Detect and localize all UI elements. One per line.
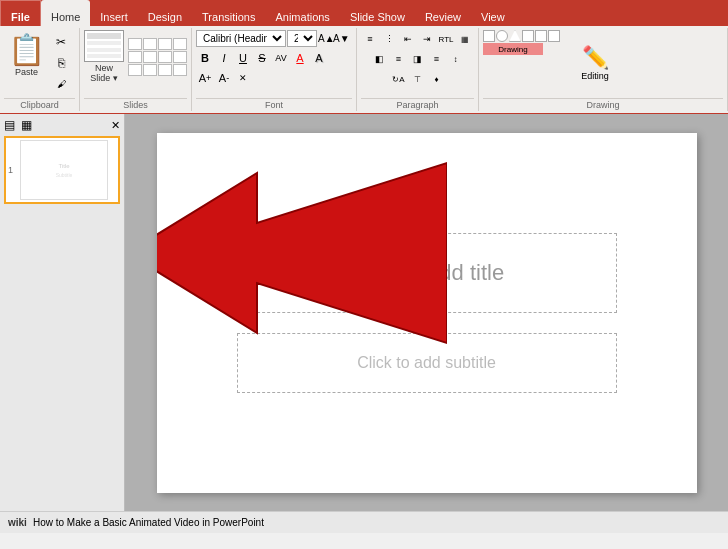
tab-animations[interactable]: Animations — [265, 0, 339, 26]
underline-button[interactable]: U — [234, 49, 252, 67]
tab-file[interactable]: File — [0, 0, 41, 26]
paste-label: Paste — [15, 67, 38, 77]
columns-button[interactable]: ▦ — [456, 30, 474, 48]
drawing-shapes-area: Drawing — [483, 30, 573, 55]
shape-item[interactable] — [509, 30, 521, 42]
justify-button[interactable]: ≡ — [428, 50, 446, 68]
para-row3: ↻A ⊤ ♦ — [390, 70, 446, 88]
layout-icon[interactable] — [143, 64, 157, 76]
tab-view[interactable]: View — [471, 0, 515, 26]
title-placeholder-text: Click to add title — [349, 260, 504, 286]
clipboard-sub: ✂ ⎘ 🖌 — [51, 30, 71, 96]
tab-insert[interactable]: Insert — [90, 0, 138, 26]
font-size-row2: A+ A- ✕ — [196, 69, 252, 87]
layout-icon[interactable] — [143, 51, 157, 63]
tab-home[interactable]: Home — [41, 0, 90, 26]
align-left-button[interactable]: ◧ — [371, 50, 389, 68]
text-direction-button[interactable]: ↻A — [390, 70, 408, 88]
align-text-button[interactable]: ⊤ — [409, 70, 427, 88]
slides-group: New Slide ▾ — [80, 28, 192, 111]
numbering-button[interactable]: ⋮ — [380, 30, 398, 48]
ribbon-tabs: File Home Insert Design Transitions Anim… — [0, 0, 728, 26]
line-spacing-button[interactable]: ↕ — [447, 50, 465, 68]
wiki-bar: wiki How to Make a Basic Animated Video … — [0, 511, 728, 533]
font-group: Calibri (Headings) 28 A▲ A▼ B I U S AV A… — [192, 28, 357, 111]
panel-tab-outline[interactable]: ▦ — [21, 118, 32, 132]
slides-label: Slides — [84, 98, 187, 111]
editing-button[interactable]: ✏️ Editing — [577, 43, 613, 83]
drawing-label[interactable]: Drawing — [483, 43, 543, 55]
font-shrink-button[interactable]: A▼ — [333, 32, 347, 46]
align-right-button[interactable]: ◨ — [409, 50, 427, 68]
rtl-button[interactable]: RTL — [437, 30, 455, 48]
tab-design[interactable]: Design — [138, 0, 192, 26]
shape-item[interactable] — [548, 30, 560, 42]
layout-icon[interactable] — [158, 64, 172, 76]
tab-review[interactable]: Review — [415, 0, 471, 26]
wiki-logo: wiki — [8, 517, 27, 528]
tab-transitions[interactable]: Transitions — [192, 0, 265, 26]
layout-icon[interactable] — [158, 51, 172, 63]
editing-icon: ✏️ — [582, 45, 609, 71]
bullets-button[interactable]: ≡ — [361, 30, 379, 48]
increase-indent-button[interactable]: ⇥ — [418, 30, 436, 48]
canvas-area: Click to add title Click to add subtitle — [125, 114, 728, 511]
decrease-font-btn[interactable]: A- — [215, 69, 233, 87]
layout-icon[interactable] — [173, 51, 187, 63]
panel-close-button[interactable]: ✕ — [111, 119, 120, 132]
font-name-select[interactable]: Calibri (Headings) — [196, 30, 286, 47]
new-slide-area: New Slide ▾ — [84, 30, 187, 83]
layout-icon[interactable] — [128, 38, 142, 50]
para-row1: ≡ ⋮ ⇤ ⇥ RTL ▦ — [361, 30, 474, 48]
subtitle-placeholder[interactable]: Click to add subtitle — [237, 333, 617, 393]
tab-slideshow[interactable]: Slide Show — [340, 0, 415, 26]
clear-format-btn[interactable]: ✕ — [234, 69, 252, 87]
layout-icon[interactable] — [128, 51, 142, 63]
cut-button[interactable]: ✂ — [51, 32, 71, 52]
drawing-group: Drawing ✏️ Editing Drawing — [479, 28, 728, 111]
char-spacing-button[interactable]: AV — [272, 49, 290, 67]
paragraph-group: ≡ ⋮ ⇤ ⇥ RTL ▦ ◧ ≡ ◨ ≡ ↕ ↻A ⊤ ♦ Paragraph — [357, 28, 479, 111]
clipboard-label: Clipboard — [4, 98, 75, 111]
slide-thumbnail[interactable]: 1 Title Subtitle — [4, 136, 120, 204]
font-size-select[interactable]: 28 — [287, 30, 317, 47]
wiki-text: How to Make a Basic Animated Video in Po… — [33, 517, 264, 528]
smartart-button[interactable]: ♦ — [428, 70, 446, 88]
align-center-button[interactable]: ≡ — [390, 50, 408, 68]
layout-icon[interactable] — [173, 38, 187, 50]
bold-button[interactable]: B — [196, 49, 214, 67]
shape-item[interactable] — [496, 30, 508, 42]
copy-button[interactable]: ⎘ — [51, 53, 71, 73]
font-color-button[interactable]: A — [291, 49, 309, 67]
decrease-indent-button[interactable]: ⇤ — [399, 30, 417, 48]
layout-icon[interactable] — [173, 64, 187, 76]
layout-icon[interactable] — [128, 64, 142, 76]
format-painter-button[interactable]: 🖌 — [51, 74, 71, 94]
paragraph-label: Paragraph — [361, 98, 474, 111]
font-format-row: B I U S AV A A — [196, 49, 328, 67]
layout-icon[interactable] — [158, 38, 172, 50]
editing-label: Editing — [581, 71, 609, 81]
slide-icon — [84, 30, 124, 62]
main-area: ▤ ▦ ✕ 1 Title Subtitle Click — [0, 114, 728, 511]
font-name-row: Calibri (Headings) 28 A▲ A▼ — [196, 30, 347, 47]
italic-button[interactable]: I — [215, 49, 233, 67]
text-shadow-button[interactable]: A — [310, 49, 328, 67]
increase-font-btn[interactable]: A+ — [196, 69, 214, 87]
drawing-group-label: Drawing — [483, 98, 723, 111]
title-placeholder[interactable]: Click to add title — [237, 233, 617, 313]
paste-button[interactable]: 📋 Paste — [4, 30, 49, 96]
panel-tab-slides[interactable]: ▤ — [4, 118, 15, 132]
shape-item[interactable] — [522, 30, 534, 42]
strikethrough-button[interactable]: S — [253, 49, 271, 67]
layout-icon[interactable] — [143, 38, 157, 50]
paste-icon: 📋 — [8, 32, 45, 67]
panel-tabs: ▤ ▦ — [4, 118, 32, 132]
shape-item[interactable] — [483, 30, 495, 42]
new-slide-button[interactable]: New Slide ▾ — [84, 30, 124, 83]
slide-number: 1 — [8, 165, 16, 175]
font-grow-button[interactable]: A▲ — [318, 32, 332, 46]
shape-item[interactable] — [535, 30, 547, 42]
thumb-title: Title — [58, 163, 69, 169]
ribbon-body: 📋 Paste ✂ ⎘ 🖌 Clipboard — [0, 26, 728, 114]
